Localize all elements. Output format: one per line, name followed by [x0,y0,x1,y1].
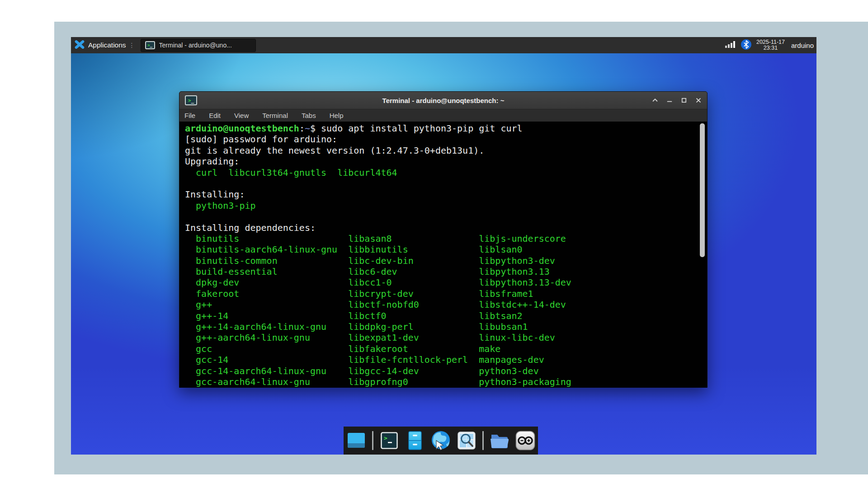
applications-menu-button[interactable]: Applications [71,37,129,53]
file-cabinet-icon[interactable] [404,430,426,451]
signal-strength-icon[interactable] [724,40,736,50]
menu-help[interactable]: Help [330,112,344,119]
panel-username: arduino [791,42,814,49]
arduino-ide-icon[interactable] [514,430,536,451]
terminal-mini-icon: >_ [145,41,155,49]
terminal-line-14: build-essential libc6-dev libpython3.13 [185,266,707,277]
terminal-line-10: Installing dependencies: [185,222,707,233]
terminal-line-12: binutils-aarch64-linux-gnu libbinutils l… [185,244,707,255]
terminal-line-15: dpkg-dev libcc1-0 libpython3.13-dev [185,277,707,288]
terminal-line-21: gcc libfakeroot make [185,343,707,354]
application-finder-icon[interactable] [456,430,477,451]
minimize-icon[interactable] [666,97,673,104]
show-desktop-icon[interactable] [345,430,367,451]
dock-separator [372,431,373,450]
terminal-line-3: git is already the newest version (1:2.4… [185,145,707,156]
window-menubar: FileEditViewTerminalTabsHelp [179,109,707,122]
menu-view[interactable]: View [234,112,249,119]
panel-grip-icon: ⋮ [129,42,135,49]
desktop: Applications ⋮ >_ Terminal - arduino@uno… [71,37,816,455]
shade-icon[interactable] [651,97,658,104]
maximize-icon[interactable] [680,97,687,104]
terminal-scrollbar[interactable] [700,123,705,257]
file-manager-icon[interactable] [489,430,510,451]
clock-time: 23:31 [756,45,785,52]
taskbar-window-button[interactable]: >_ Terminal - arduino@uno... [141,39,256,52]
terminal-line-1: arduino@unoqtestbench:~$ sudo apt instal… [185,123,707,134]
terminal-line-6 [185,178,707,189]
web-browser-icon[interactable] [430,430,452,451]
svg-text:>: > [384,435,387,441]
terminal-line-16: fakeroot libcrypt-dev libsframe1 [185,288,707,299]
menu-tabs[interactable]: Tabs [302,112,316,119]
bluetooth-icon[interactable] [741,39,752,52]
terminal-window: >_ Terminal - arduino@unoqtestbench: ~ [179,91,708,388]
terminal-line-20: g++-aarch64-linux-gnu libexpat1-dev linu… [185,332,707,343]
panel-clock[interactable]: 2025-11-17 23:31 [756,39,785,52]
xfce-logo-icon [75,40,85,51]
terminal-line-24: gcc-aarch64-linux-gnu libgprofng0 python… [185,376,707,387]
terminal-line-22: gcc-14 libfile-fcntllock-perl manpages-d… [185,354,707,365]
menu-edit[interactable]: Edit [209,112,221,119]
monitor-frame: Applications ⋮ >_ Terminal - arduino@uno… [54,22,868,474]
terminal-line-17: g++ libctf-nobfd0 libstdc++-14-dev [185,299,707,310]
window-controls [651,97,702,104]
menu-terminal[interactable]: Terminal [262,112,288,119]
applications-label: Applications [88,41,126,49]
window-title: Terminal - arduino@unoqtestbench: ~ [179,97,707,104]
dock-separator [482,431,484,450]
terminal-line-7: Installing: [185,189,707,200]
terminal-line-11: binutils libasan8 libjs-underscore [185,233,707,244]
window-terminal-icon: >_ [185,95,197,105]
window-titlebar[interactable]: >_ Terminal - arduino@unoqtestbench: ~ [179,92,707,109]
terminal-icon[interactable]: > [378,430,400,451]
terminal-line-2: [sudo] password for arduino: [185,134,707,145]
terminal-line-23: gcc-14-aarch64-linux-gnu libgcc-14-dev p… [185,366,707,376]
clock-date: 2025-11-17 [756,39,785,46]
terminal-line-8: python3-pip [185,200,707,211]
taskbar-window-label: Terminal - arduino@uno... [159,42,232,49]
terminal-line-19: g++-14-aarch64-linux-gnu libdpkg-perl li… [185,321,707,332]
terminal-line-9 [185,211,707,222]
menu-file[interactable]: File [184,112,195,119]
system-tray: 2025-11-17 23:31 arduino [724,39,816,52]
close-icon[interactable] [695,97,702,104]
terminal-line-18: g++-14 libctf0 libtsan2 [185,310,707,321]
dock: > [344,427,538,455]
terminal-output[interactable]: arduino@unoqtestbench:~$ sudo apt instal… [179,122,707,388]
terminal-line-4: Upgrading: [185,156,707,167]
top-panel: Applications ⋮ >_ Terminal - arduino@uno… [71,37,816,53]
terminal-line-5: curl libcurl3t64-gnutls libcurl4t64 [185,167,707,178]
terminal-line-13: binutils-common libc-dev-bin libpython3-… [185,255,707,266]
